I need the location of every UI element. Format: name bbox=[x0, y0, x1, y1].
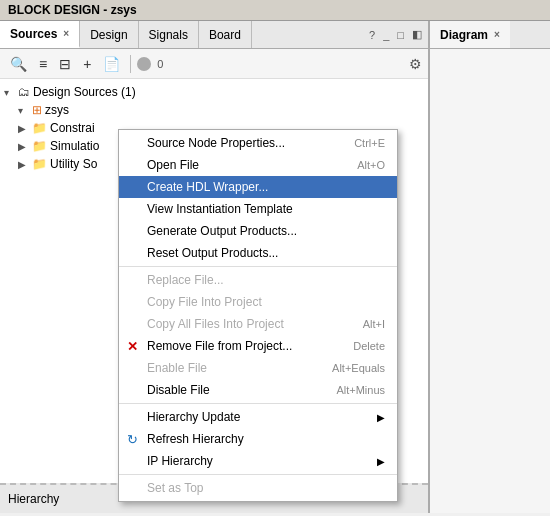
menu-source-node-props-shortcut: Ctrl+E bbox=[354, 137, 385, 149]
menu-view-instantiation-label: View Instantiation Template bbox=[147, 202, 385, 216]
tab-signals[interactable]: Signals bbox=[139, 21, 199, 48]
menu-remove-file-label: Remove File from Project... bbox=[147, 339, 329, 353]
menu-refresh-hierarchy[interactable]: ↻ Refresh Hierarchy bbox=[119, 428, 397, 450]
main-layout: Sources × Design Signals Board ? _ □ ◧ 🔍 bbox=[0, 21, 550, 513]
tab-sources-close[interactable]: × bbox=[63, 28, 69, 39]
menu-open-file[interactable]: Open File Alt+O bbox=[119, 154, 397, 176]
tree-constraints-icon: 📁 bbox=[32, 121, 47, 135]
menu-create-hdl-wrapper[interactable]: Create HDL Wrapper... bbox=[119, 176, 397, 198]
right-tab-bar: Diagram × bbox=[430, 21, 550, 49]
tree-utility-icon: 📁 bbox=[32, 157, 47, 171]
add-button[interactable]: + bbox=[79, 54, 95, 74]
menu-disable-file-shortcut: Alt+Minus bbox=[336, 384, 385, 396]
tab-ctrl-split[interactable]: ◧ bbox=[410, 27, 424, 42]
toolbar-separator bbox=[130, 55, 131, 73]
menu-copy-file: Copy File Into Project bbox=[119, 291, 397, 313]
menu-enable-file-shortcut: Alt+Equals bbox=[332, 362, 385, 374]
menu-enable-file: Enable File Alt+Equals bbox=[119, 357, 397, 379]
title-bar: BLOCK DESIGN - zsys bbox=[0, 0, 550, 21]
menu-replace-file: Replace File... bbox=[119, 269, 397, 291]
tree-root-label: Design Sources (1) bbox=[33, 85, 136, 99]
tab-bar: Sources × Design Signals Board ? _ □ ◧ bbox=[0, 21, 428, 49]
hierarchy-label: Hierarchy bbox=[8, 492, 59, 506]
tab-signals-label: Signals bbox=[149, 28, 188, 42]
collapse-button[interactable]: ⊟ bbox=[55, 54, 75, 74]
tree-simulation-arrow[interactable]: ▶ bbox=[18, 141, 32, 152]
menu-create-hdl-wrapper-label: Create HDL Wrapper... bbox=[147, 180, 361, 194]
menu-hierarchy-update-arrow: ▶ bbox=[377, 412, 385, 423]
menu-source-node-props[interactable]: Source Node Properties... Ctrl+E bbox=[119, 132, 397, 154]
menu-replace-file-label: Replace File... bbox=[147, 273, 385, 287]
toolbar: 🔍 ≡ ⊟ + 📄 0 ⚙ bbox=[0, 49, 428, 79]
menu-separator-2 bbox=[119, 403, 397, 404]
tab-ctrl-restore[interactable]: □ bbox=[395, 28, 406, 42]
menu-copy-all-files: Copy All Files Into Project Alt+I bbox=[119, 313, 397, 335]
tree-constraints-arrow[interactable]: ▶ bbox=[18, 123, 32, 134]
search-button[interactable]: 🔍 bbox=[6, 54, 31, 74]
menu-refresh-hierarchy-label: Refresh Hierarchy bbox=[147, 432, 385, 446]
tab-design[interactable]: Design bbox=[80, 21, 138, 48]
menu-enable-file-label: Enable File bbox=[147, 361, 308, 375]
menu-disable-file[interactable]: Disable File Alt+Minus bbox=[119, 379, 397, 401]
refresh-icon: ↻ bbox=[127, 432, 138, 447]
menu-generate-output-label: Generate Output Products... bbox=[147, 224, 385, 238]
menu-remove-file[interactable]: ✕ Remove File from Project... Delete bbox=[119, 335, 397, 357]
tab-design-label: Design bbox=[90, 28, 127, 42]
right-panel-content bbox=[430, 49, 550, 513]
menu-ip-hierarchy-label: IP Hierarchy bbox=[147, 454, 369, 468]
menu-copy-all-files-shortcut: Alt+I bbox=[363, 318, 385, 330]
status-count: 0 bbox=[157, 58, 163, 70]
menu-reset-output[interactable]: Reset Output Products... bbox=[119, 242, 397, 264]
menu-copy-file-label: Copy File Into Project bbox=[147, 295, 385, 309]
menu-open-file-shortcut: Alt+O bbox=[357, 159, 385, 171]
menu-set-as-top: Set as Top bbox=[119, 477, 397, 499]
menu-ip-hierarchy[interactable]: IP Hierarchy ▶ bbox=[119, 450, 397, 472]
tab-sources[interactable]: Sources × bbox=[0, 21, 80, 48]
menu-open-file-label: Open File bbox=[147, 158, 333, 172]
menu-hierarchy-update-label: Hierarchy Update bbox=[147, 410, 369, 424]
status-circle bbox=[137, 57, 151, 71]
tab-diagram[interactable]: Diagram × bbox=[430, 21, 510, 48]
tree-simulation-icon: 📁 bbox=[32, 139, 47, 153]
tree-root-arrow[interactable]: ▾ bbox=[4, 87, 18, 98]
tree-simulation-label: Simulatio bbox=[50, 139, 99, 153]
menu-reset-output-label: Reset Output Products... bbox=[147, 246, 385, 260]
tree-constraints-label: Constrai bbox=[50, 121, 95, 135]
menu-separator-3 bbox=[119, 474, 397, 475]
menu-separator-1 bbox=[119, 266, 397, 267]
tree-root-icon: 🗂 bbox=[18, 85, 30, 99]
context-menu: Source Node Properties... Ctrl+E Open Fi… bbox=[118, 129, 398, 502]
menu-view-instantiation[interactable]: View Instantiation Template bbox=[119, 198, 397, 220]
tree-item-zsys[interactable]: ▾ ⊞ zsys bbox=[14, 101, 428, 119]
menu-set-as-top-label: Set as Top bbox=[147, 481, 385, 495]
remove-file-icon: ✕ bbox=[127, 339, 138, 354]
menu-hierarchy-update[interactable]: Hierarchy Update ▶ bbox=[119, 406, 397, 428]
tree-zsys-icon: ⊞ bbox=[32, 103, 42, 117]
tab-ctrl-question[interactable]: ? bbox=[367, 28, 377, 42]
tab-ctrl-minimize[interactable]: _ bbox=[381, 28, 391, 42]
list-button[interactable]: ≡ bbox=[35, 54, 51, 74]
tab-diagram-label: Diagram bbox=[440, 28, 488, 42]
gear-button[interactable]: ⚙ bbox=[409, 56, 422, 72]
left-panel: Sources × Design Signals Board ? _ □ ◧ 🔍 bbox=[0, 21, 430, 513]
title-text: BLOCK DESIGN - zsys bbox=[8, 3, 137, 17]
tree-utility-arrow[interactable]: ▶ bbox=[18, 159, 32, 170]
menu-generate-output[interactable]: Generate Output Products... bbox=[119, 220, 397, 242]
tab-board-label: Board bbox=[209, 28, 241, 42]
file-button[interactable]: 📄 bbox=[99, 54, 124, 74]
menu-remove-file-shortcut: Delete bbox=[353, 340, 385, 352]
tab-controls: ? _ □ ◧ bbox=[363, 27, 428, 42]
tab-sources-label: Sources bbox=[10, 27, 57, 41]
tree-zsys-arrow[interactable]: ▾ bbox=[18, 105, 32, 116]
menu-copy-all-files-label: Copy All Files Into Project bbox=[147, 317, 339, 331]
menu-disable-file-label: Disable File bbox=[147, 383, 312, 397]
menu-ip-hierarchy-arrow: ▶ bbox=[377, 456, 385, 467]
tree-utility-label: Utility So bbox=[50, 157, 97, 171]
tree-zsys-label: zsys bbox=[45, 103, 69, 117]
tree-root-item[interactable]: ▾ 🗂 Design Sources (1) bbox=[0, 83, 428, 101]
menu-source-node-props-label: Source Node Properties... bbox=[147, 136, 330, 150]
tab-diagram-close[interactable]: × bbox=[494, 29, 500, 40]
tab-board[interactable]: Board bbox=[199, 21, 252, 48]
right-panel: Diagram × bbox=[430, 21, 550, 513]
